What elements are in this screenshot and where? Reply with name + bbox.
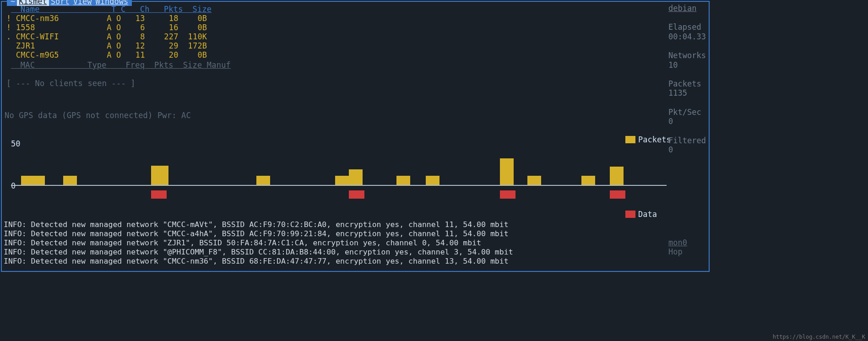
no-clients-line: [ --- No clients seen --- ]	[6, 79, 709, 88]
packet-bar	[349, 169, 363, 185]
gps-status-line: No GPS data (GPS not connected) Pwr: AC	[5, 111, 709, 120]
network-row[interactable]: ZJR1 A O 12 29 172B	[6, 41, 709, 50]
pktsec-value: 0	[668, 117, 673, 126]
networks-label: Networks	[668, 51, 706, 60]
network-list: ! CMCC-nm36 A O 13 18 0B! 1558 A O 6 16 …	[2, 14, 709, 60]
network-list-header: Name T C Ch Pkts Size	[11, 5, 709, 14]
network-row[interactable]: CMCC-m9G5 A O 11 20 0B	[6, 50, 709, 60]
data-bar	[500, 190, 515, 199]
network-row[interactable]: ! CMCC-nm36 A O 13 18 0B	[6, 14, 709, 23]
menu-kismet[interactable]: Kismet	[17, 0, 49, 6]
data-bar	[610, 190, 625, 199]
elapsed-label: Elapsed	[668, 22, 701, 32]
packet-bar	[151, 166, 168, 185]
packets-value: 1135	[668, 88, 687, 97]
menu-tilde: ~	[9, 0, 17, 6]
packet-bar	[581, 176, 595, 185]
legend-data: Data	[625, 210, 657, 219]
data-bar	[349, 190, 364, 199]
client-list-header: MAC Type Freq Pkts Size Manuf	[11, 60, 709, 70]
packet-bar	[63, 176, 77, 185]
network-row[interactable]: . CMCC-WIFI A O 8 227 110K	[6, 32, 709, 41]
packet-bar	[396, 176, 410, 185]
legend-packets: Packets	[625, 135, 671, 144]
filtered-label: Filtered	[668, 136, 706, 145]
legend-swatch	[625, 211, 635, 218]
packet-bar	[335, 176, 349, 185]
network-row[interactable]: ! 1558 A O 6 16 0B	[6, 23, 709, 32]
watermark: https://blog.csdn.net/K_K__K	[773, 334, 865, 340]
packets-label: Packets	[668, 79, 701, 88]
y-axis-zero-label: 0	[11, 181, 16, 190]
status-sidebar: debian Elapsed 00:04.33 Networks 10 Pack…	[668, 4, 706, 164]
legend-label: Packets	[638, 135, 671, 144]
packet-bar	[21, 176, 45, 185]
x-axis-line	[11, 185, 667, 186]
packet-bar	[256, 176, 270, 185]
menubar: ~ Kismet Sort View Windows	[7, 0, 132, 6]
menu-sort[interactable]: Sort	[49, 0, 71, 6]
packet-bar	[500, 158, 514, 185]
hostname-label: debian	[668, 4, 706, 13]
filtered-value: 0	[668, 145, 673, 154]
menu-view[interactable]: View	[71, 0, 94, 6]
log-panel: INFO: Detected new managed network "CMCC…	[4, 220, 513, 266]
pktsec-label: Pkt/Sec	[668, 108, 701, 117]
y-axis-max-label: 50	[11, 139, 20, 148]
interface-label: mon0	[668, 238, 687, 247]
packet-bar	[426, 176, 439, 185]
data-bar	[151, 190, 167, 199]
hop-mode-label: Hop	[668, 247, 683, 256]
packet-bar	[610, 167, 624, 185]
capture-source-sidebar: mon0 Hop	[668, 238, 687, 256]
networks-value: 10	[668, 60, 678, 70]
legend-swatch	[625, 136, 635, 143]
elapsed-value: 00:04.33	[668, 32, 706, 41]
packet-bar	[527, 176, 541, 185]
menu-windows[interactable]: Windows	[94, 0, 130, 6]
legend-label: Data	[638, 210, 657, 219]
